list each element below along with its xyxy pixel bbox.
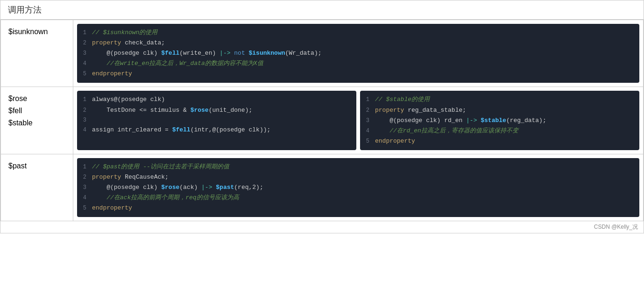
line-content: @(posedge clk) $rose(ack) |-> $past(req,… [92, 182, 263, 193]
line-content: assign intr_cleared = $fell(intr,@(posed… [92, 125, 270, 135]
label-item: $rose [8, 93, 65, 105]
line-number: 2 [77, 173, 92, 182]
page-wrapper: 调用方法 $isunknown1// $isunknown的使用2propert… [0, 0, 644, 233]
code-line: 5endproperty [77, 203, 639, 213]
line-number: 3 [77, 116, 92, 125]
code-line: 2property reg_data_stable; [360, 105, 639, 116]
line-number: 5 [360, 137, 375, 146]
line-number: 4 [77, 125, 92, 135]
table-row: $rose$fell$stable1always@(posedge clk)2 … [1, 87, 644, 154]
line-number: 2 [360, 106, 375, 115]
line-number: 1 [77, 162, 92, 172]
code-line: 4assign intr_cleared = $fell(intr,@(pose… [77, 125, 356, 135]
code-line: 1always@(posedge clk) [77, 94, 356, 105]
code-cell: 1// $past的使用 --访问在过去若干采样周期的值2property Re… [73, 154, 644, 221]
main-table: $isunknown1// $isunknown的使用2property che… [0, 20, 644, 221]
line-content: // $past的使用 --访问在过去若干采样周期的值 [92, 162, 229, 172]
label-item: $fell [8, 105, 65, 117]
line-number: 4 [77, 193, 92, 203]
label-item: $stable [8, 117, 65, 129]
code-line: 3 [77, 116, 356, 125]
code-block: 1always@(posedge clk)2 TestDone <= stimu… [77, 91, 356, 150]
line-number: 5 [77, 69, 92, 79]
line-number: 3 [360, 116, 375, 125]
code-line: 1// $past的使用 --访问在过去若干采样周期的值 [77, 162, 639, 172]
line-content: // $stable的使用 [375, 94, 430, 105]
line-content: property check_data; [92, 38, 165, 48]
line-content: @(posedge clk) rd_en |-> $stable(reg_dat… [375, 116, 546, 126]
line-content: @(posedge clk) $fell(write_en) |-> not $… [92, 48, 322, 58]
label-item: $isunknown [8, 26, 65, 38]
line-number: 1 [360, 95, 375, 104]
code-line: 2property check_data; [77, 38, 639, 48]
line-content: //在ack拉高的前两个周期，req的信号应该为高 [92, 193, 239, 203]
footer-note: CSDN @Kelly_况 [0, 221, 644, 233]
code-line: 5endproperty [77, 69, 639, 79]
line-number: 1 [77, 95, 92, 104]
code-cell: 1always@(posedge clk)2 TestDone <= stimu… [73, 87, 644, 154]
line-number: 2 [77, 38, 92, 48]
line-number: 1 [77, 28, 92, 37]
code-line: 3 @(posedge clk) $fell(write_en) |-> not… [77, 48, 639, 58]
line-content: always@(posedge clk) [92, 94, 165, 105]
split-code-wrapper: 1always@(posedge clk)2 TestDone <= stimu… [77, 91, 639, 150]
code-line: 5endproperty [360, 136, 639, 146]
code-line: 1// $isunknown的使用 [77, 28, 639, 38]
code-line: 3 @(posedge clk) rd_en |-> $stable(reg_d… [360, 116, 639, 126]
code-line: 1// $stable的使用 [360, 94, 639, 105]
line-number: 3 [77, 183, 92, 192]
table-row: $isunknown1// $isunknown的使用2property che… [1, 20, 644, 87]
code-block: 1// $stable的使用2property reg_data_stable;… [360, 91, 639, 150]
line-content: endproperty [92, 203, 132, 213]
line-number: 2 [77, 106, 92, 115]
line-number: 3 [77, 49, 92, 58]
line-content: property ReqCauseAck; [92, 172, 169, 182]
code-line: 4 //在rd_en拉高之后，寄存器的值应该保持不变 [360, 126, 639, 136]
line-number: 5 [77, 203, 92, 213]
label-cell: $past [1, 154, 73, 221]
label-cell: $isunknown [1, 20, 73, 87]
code-line: 2property ReqCauseAck; [77, 172, 639, 182]
page-title: 调用方法 [8, 5, 42, 14]
line-content: TestDone <= stimulus & $rose(unit_done); [92, 105, 252, 116]
page-header: 调用方法 [0, 0, 644, 20]
line-content: endproperty [92, 69, 132, 79]
line-content: //在write_en拉高之后，Wr_data的数据内容不能为X值 [92, 58, 263, 69]
line-content: endproperty [375, 136, 415, 146]
line-content: //在rd_en拉高之后，寄存器的值应该保持不变 [375, 126, 518, 136]
line-content: // $isunknown的使用 [92, 28, 157, 38]
code-cell: 1// $isunknown的使用2property check_data;3 … [73, 20, 644, 87]
code-line: 2 TestDone <= stimulus & $rose(unit_done… [77, 105, 356, 116]
line-content: property reg_data_stable; [375, 105, 466, 116]
code-block: 1// $past的使用 --访问在过去若干采样周期的值2property Re… [77, 158, 639, 217]
label-cell: $rose$fell$stable [1, 87, 73, 154]
line-number: 4 [77, 59, 92, 68]
line-number: 4 [360, 126, 375, 136]
label-item: $past [8, 160, 65, 172]
code-line: 3 @(posedge clk) $rose(ack) |-> $past(re… [77, 182, 639, 193]
code-line: 4 //在write_en拉高之后，Wr_data的数据内容不能为X值 [77, 58, 639, 69]
code-line: 4 //在ack拉高的前两个周期，req的信号应该为高 [77, 193, 639, 203]
code-block: 1// $isunknown的使用2property check_data;3 … [77, 24, 639, 83]
table-row: $past1// $past的使用 --访问在过去若干采样周期的值2proper… [1, 154, 644, 221]
